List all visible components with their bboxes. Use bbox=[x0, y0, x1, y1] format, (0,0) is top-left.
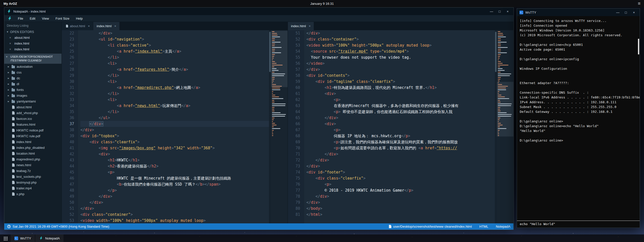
folder-item[interactable]: ▸dl bbox=[4, 81, 62, 87]
code-token: = bbox=[103, 212, 105, 217]
code-token: "index.html" bbox=[135, 49, 162, 54]
code-editor[interactable]: 5152535455565758596061626364656667686970… bbox=[288, 30, 514, 223]
scrollbar-thumb[interactable] bbox=[269, 32, 271, 72]
file-item[interactable]: favicon.ico bbox=[4, 116, 62, 122]
file-item[interactable]: testmysql.php bbox=[4, 180, 62, 185]
editor-pane-right: index.html× 5152535455565758596061626364… bbox=[288, 22, 514, 223]
folder-item[interactable]: ▸fonts bbox=[4, 87, 62, 93]
file-label: features.html bbox=[16, 123, 35, 126]
maximize-button[interactable]: □ bbox=[496, 9, 503, 14]
terminal-input[interactable]: echo "Hello World" bbox=[517, 221, 640, 228]
line-number: 59 bbox=[288, 79, 300, 85]
window-controls: — □ × bbox=[488, 9, 511, 14]
file-item[interactable]: add_vhost.php bbox=[4, 110, 62, 116]
minimize-button[interactable]: — bbox=[488, 9, 495, 14]
editor-scrollbar[interactable] bbox=[495, 30, 497, 223]
code-token: width bbox=[96, 218, 108, 223]
file-item[interactable]: index.html bbox=[4, 139, 62, 145]
code-token bbox=[158, 218, 160, 223]
folder-item[interactable]: ▸dc bbox=[4, 75, 62, 81]
minimap[interactable] bbox=[497, 30, 513, 223]
close-button[interactable]: × bbox=[504, 9, 511, 14]
minimap-viewport[interactable] bbox=[497, 82, 513, 136]
code-token bbox=[350, 43, 352, 48]
file-item[interactable]: x.php bbox=[4, 191, 62, 197]
code-line: </p> bbox=[80, 187, 269, 193]
line-number: 41 bbox=[62, 145, 74, 151]
code-token: ul bbox=[103, 116, 108, 120]
file-item[interactable]: features.html bbox=[4, 122, 62, 127]
menu-view[interactable]: View bbox=[39, 15, 52, 22]
code-token: = bbox=[331, 79, 334, 84]
code-token bbox=[316, 73, 318, 78]
terminal-line: Microsoft Windows [Version 10.0.18363.12… bbox=[520, 28, 637, 33]
folder-item[interactable]: ▸images bbox=[4, 93, 62, 98]
code-token: > bbox=[131, 212, 133, 217]
scrollbar-thumb[interactable] bbox=[495, 32, 497, 72]
wstty-titlebar[interactable]: >_ WsTTY — □ × bbox=[517, 9, 640, 16]
app-launcher-button[interactable] bbox=[0, 234, 11, 242]
maximize-button[interactable]: □ bbox=[623, 10, 629, 15]
menu-edit[interactable]: Edit bbox=[26, 15, 39, 22]
code-content[interactable]: </div><div class="container"><video widt… bbox=[306, 30, 495, 218]
close-icon[interactable]: × bbox=[114, 24, 116, 28]
editor-scrollbar[interactable] bbox=[269, 30, 271, 223]
menu-font-size[interactable]: Font Size bbox=[52, 15, 73, 22]
terminal-scrollbar[interactable] bbox=[638, 39, 639, 54]
close-icon[interactable]: × bbox=[9, 48, 13, 51]
code-editor[interactable]: 2223242526272829303132333435363738394041… bbox=[62, 30, 288, 223]
code-token: > bbox=[114, 158, 117, 162]
tab-index.html[interactable]: index.html× bbox=[93, 22, 120, 30]
tab-about.html[interactable]: about.html× bbox=[62, 22, 93, 30]
file-item[interactable]: mapredirect.php bbox=[4, 156, 62, 162]
code-token: > bbox=[338, 97, 341, 102]
minimap[interactable] bbox=[271, 30, 288, 223]
taskbar-item-notepada[interactable]: NotepadA bbox=[35, 234, 64, 242]
folder-item[interactable]: ▸autostation bbox=[4, 64, 62, 70]
code-token: > bbox=[408, 134, 410, 138]
file-item[interactable]: about.html bbox=[4, 104, 62, 110]
code-content[interactable]: </div> <ul id="navigation"> <li class="a… bbox=[80, 30, 269, 223]
code-token: < bbox=[80, 218, 83, 223]
status-filepath[interactable]: user/Desktop/screenshot/test/www cleaned… bbox=[393, 225, 472, 228]
code-token: "342" bbox=[174, 146, 185, 150]
file-item[interactable]: trailer.mp4 bbox=[4, 185, 62, 191]
menu-help[interactable]: Help bbox=[73, 15, 86, 22]
terminal-output[interactable]: [info] Conencting to arozos WsTTY servic… bbox=[517, 16, 640, 221]
file-item[interactable]: HKWTC notice.pdf bbox=[4, 127, 62, 133]
close-button[interactable]: × bbox=[631, 10, 637, 15]
tab-index.html[interactable]: index.html× bbox=[288, 22, 314, 30]
menu-file[interactable]: File bbox=[15, 15, 26, 22]
open-editor-item[interactable]: ×index.html bbox=[4, 46, 62, 52]
code-token: </ bbox=[80, 128, 85, 132]
file-item[interactable]: news.html bbox=[4, 162, 62, 168]
close-icon[interactable]: × bbox=[309, 24, 311, 28]
code-token: > bbox=[407, 49, 409, 54]
open-editors-header[interactable]: ▾ OPEN EDITORS bbox=[4, 29, 62, 35]
file-item[interactable]: location.html bbox=[4, 151, 62, 156]
folder-item[interactable]: ▸yamlyamlami bbox=[4, 98, 62, 104]
open-editor-item[interactable]: ×about.html bbox=[4, 35, 62, 41]
tab-label: index.html bbox=[97, 24, 111, 28]
workspace-folder-header[interactable]: ▾ USER:/DESKTOP/SCREENSHOT /TEST/WWW CLE… bbox=[4, 54, 62, 64]
open-editor-item[interactable]: ×index.html bbox=[4, 41, 62, 46]
close-icon[interactable]: × bbox=[9, 36, 13, 40]
hamburger-menu-icon[interactable]: ≡ bbox=[638, 1, 640, 6]
minimize-button[interactable]: — bbox=[615, 10, 621, 15]
taskbar-item-wstty[interactable]: >_WsTTY bbox=[11, 234, 35, 242]
close-icon[interactable]: × bbox=[9, 42, 13, 45]
code-line: </div> bbox=[80, 193, 269, 199]
file-item[interactable]: test_sockets.php bbox=[4, 174, 62, 180]
file-item[interactable]: teabag.7z bbox=[4, 168, 62, 174]
minimap-mark bbox=[272, 93, 273, 94]
file-item[interactable]: HKWTC rule.pdf bbox=[4, 133, 62, 139]
code-token bbox=[306, 103, 334, 108]
file-icon bbox=[12, 187, 15, 190]
file-item[interactable]: index.php_disabled bbox=[4, 145, 62, 151]
folder-item[interactable]: ▸css bbox=[4, 70, 62, 75]
status-language[interactable]: HTML bbox=[479, 225, 488, 228]
close-icon[interactable]: × bbox=[88, 24, 90, 28]
code-line: </li> bbox=[80, 91, 269, 97]
notepada-titlebar[interactable]: NotepadA - index.html — □ × bbox=[4, 8, 513, 15]
minimap-viewport[interactable] bbox=[271, 31, 288, 87]
